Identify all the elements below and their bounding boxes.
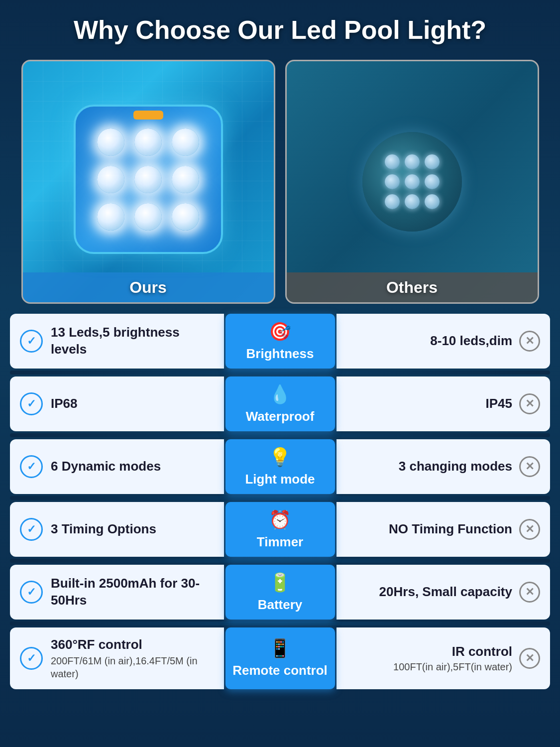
check-icon: ✓ (20, 647, 43, 670)
others-main-text: NO Timing Function (389, 521, 512, 538)
others-main-text: IR control (393, 643, 512, 660)
cell-center: 💡Light mode (225, 439, 335, 494)
cell-ours: ✓6 Dynamic modes (10, 439, 224, 494)
cell-center: 💧Waterproof (225, 376, 335, 431)
led-dot-small (385, 154, 400, 169)
center-label: Waterproof (246, 409, 315, 424)
comparison-row: ✓360°RF control200FT/61M (in air),16.4FT… (10, 627, 550, 689)
ours-text: 360°RF control200FT/61M (in air),16.4FT/… (51, 636, 214, 680)
check-icon: ✓ (20, 455, 43, 478)
led-light-ours (74, 105, 223, 254)
led-dot (172, 128, 199, 156)
row-connector (10, 496, 550, 500)
cell-ours: ✓Built-in 2500mAh for 30-50Hrs (10, 565, 224, 620)
others-text: 3 changing modes (399, 458, 512, 475)
row-connector (10, 433, 550, 437)
cell-others: NO Timing Function✕ (336, 502, 551, 557)
led-dot-small (385, 174, 400, 189)
ours-text: Built-in 2500mAh for 30-50Hrs (51, 575, 214, 609)
page-title: Why Choose Our Led Pool Light? (10, 15, 550, 45)
center-icon: 💧 (269, 384, 291, 405)
others-text: 20Hrs, Small capacity (379, 584, 512, 601)
cell-others: 3 changing modes✕ (336, 439, 551, 494)
ours-text: 13 Leds,5 brightness levels (51, 324, 214, 358)
ours-label: Ours (23, 272, 274, 302)
led-dot (134, 166, 162, 193)
comparison-container: ✓13 Leds,5 brightness levels🎯Brightness8… (10, 314, 550, 689)
comparison-row: ✓Built-in 2500mAh for 30-50Hrs🔋Battery20… (10, 565, 550, 620)
comparison-row: ✓3 Timing Options⏰TimmerNO Timing Functi… (10, 502, 550, 557)
led-grid-ours (87, 119, 209, 241)
led-dot (97, 203, 124, 231)
others-main-text: IP45 (486, 395, 513, 412)
center-label: Timmer (257, 534, 303, 550)
check-icon: ✓ (20, 581, 43, 604)
led-dot-small (425, 154, 440, 169)
cell-center: ⏰Timmer (225, 502, 335, 557)
others-label: Others (287, 272, 538, 302)
x-icon: ✕ (519, 456, 540, 477)
center-icon: 💡 (269, 447, 291, 468)
comparison-row: ✓13 Leds,5 brightness levels🎯Brightness8… (10, 314, 550, 369)
center-icon: 🔋 (269, 572, 291, 593)
center-label: Light mode (245, 472, 315, 487)
led-dot-small (425, 194, 440, 209)
cell-others: 8-10 leds,dim✕ (336, 314, 551, 369)
ours-main-text: IP68 (51, 395, 78, 412)
ours-sub-text: 200FT/61M (in air),16.4FT/5M (in water) (51, 654, 214, 680)
check-icon: ✓ (20, 330, 43, 353)
comparison-row: ✓IP68💧WaterproofIP45✕ (10, 376, 550, 431)
ours-main-text: 6 Dynamic modes (51, 458, 161, 475)
ours-main-text: 13 Leds,5 brightness levels (51, 324, 214, 358)
ours-text: IP68 (51, 395, 78, 412)
ours-main-text: 360°RF control (51, 636, 214, 653)
led-dot-small (385, 194, 400, 209)
led-dot (134, 128, 162, 156)
others-image-box: Others (285, 60, 539, 304)
cell-center: 🎯Brightness (225, 314, 335, 369)
cell-ours: ✓360°RF control200FT/61M (in air),16.4FT… (10, 627, 224, 689)
cell-ours: ✓3 Timing Options (10, 502, 224, 557)
others-sub-text: 100FT(in air),5FT(in water) (393, 660, 512, 673)
center-icon: 🎯 (269, 321, 291, 342)
ours-text: 6 Dynamic modes (51, 458, 161, 475)
cell-center: 📱Remote control (225, 627, 335, 689)
led-grid-others (377, 147, 447, 217)
led-dot (97, 128, 124, 156)
led-dot (172, 203, 199, 231)
orange-tab (133, 111, 163, 120)
led-dot-small (405, 174, 420, 189)
row-connector (10, 371, 550, 374)
cell-others: 20Hrs, Small capacity✕ (336, 565, 551, 620)
center-icon: ⏰ (269, 509, 291, 530)
led-dot (97, 166, 124, 193)
cell-ours: ✓13 Leds,5 brightness levels (10, 314, 224, 369)
others-text: IR control100FT(in air),5FT(in water) (393, 643, 512, 673)
ours-image-box: Ours (21, 60, 275, 304)
others-text: NO Timing Function (389, 521, 512, 538)
center-label: Brightness (246, 346, 314, 362)
others-main-text: 8-10 leds,dim (430, 333, 512, 350)
cell-others: IR control100FT(in air),5FT(in water)✕ (336, 627, 551, 689)
center-label: Battery (258, 597, 303, 613)
page-wrapper: Why Choose Our Led Pool Light? Ours (0, 0, 560, 711)
led-dot (134, 203, 162, 231)
row-connector (10, 559, 550, 563)
x-icon: ✕ (519, 519, 540, 540)
ours-main-text: Built-in 2500mAh for 30-50Hrs (51, 575, 214, 609)
others-main-text: 3 changing modes (399, 458, 512, 475)
center-icon: 📱 (269, 638, 291, 659)
check-icon: ✓ (20, 392, 43, 415)
ours-main-text: 3 Timing Options (51, 521, 156, 538)
cell-others: IP45✕ (336, 376, 551, 431)
center-label: Remote control (232, 663, 328, 678)
led-dot (172, 166, 199, 193)
x-icon: ✕ (519, 648, 540, 669)
others-text: 8-10 leds,dim (430, 333, 512, 350)
check-icon: ✓ (20, 518, 43, 541)
comparison-images: Ours Others (10, 60, 550, 304)
x-icon: ✕ (519, 582, 540, 603)
led-dot-small (405, 154, 420, 169)
led-dot-small (405, 194, 420, 209)
led-light-others (362, 132, 462, 232)
